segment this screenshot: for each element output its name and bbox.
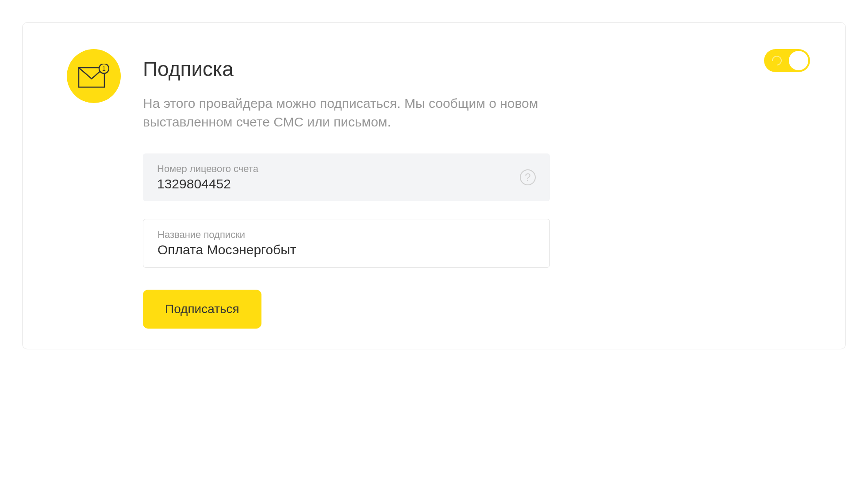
help-icon[interactable]: ? — [520, 169, 536, 185]
svg-text:1: 1 — [102, 65, 106, 72]
subscription-name-input[interactable] — [157, 242, 535, 257]
subscription-name-field[interactable]: Название подписки — [143, 219, 550, 268]
mail-notification-icon: 1 — [67, 49, 121, 103]
toggle-knob — [789, 51, 808, 70]
subscription-card: 1 Подписка На этого провайдера можно под… — [22, 22, 846, 349]
subscription-toggle[interactable] — [764, 49, 810, 72]
subscribe-button[interactable]: Подписаться — [143, 290, 261, 329]
account-number-field: Номер лицевого счета 1329804452 ? — [143, 153, 550, 201]
subscription-name-label: Название подписки — [157, 229, 535, 241]
spinner-icon — [770, 54, 784, 68]
content-column: Подписка На этого провайдера можно подпи… — [143, 49, 550, 318]
account-value: 1329804452 — [157, 176, 258, 191]
account-label: Номер лицевого счета — [157, 163, 258, 175]
card-title: Подписка — [143, 57, 550, 81]
card-description: На этого провайдера можно подписаться. М… — [143, 94, 550, 131]
icon-column: 1 — [67, 49, 121, 318]
